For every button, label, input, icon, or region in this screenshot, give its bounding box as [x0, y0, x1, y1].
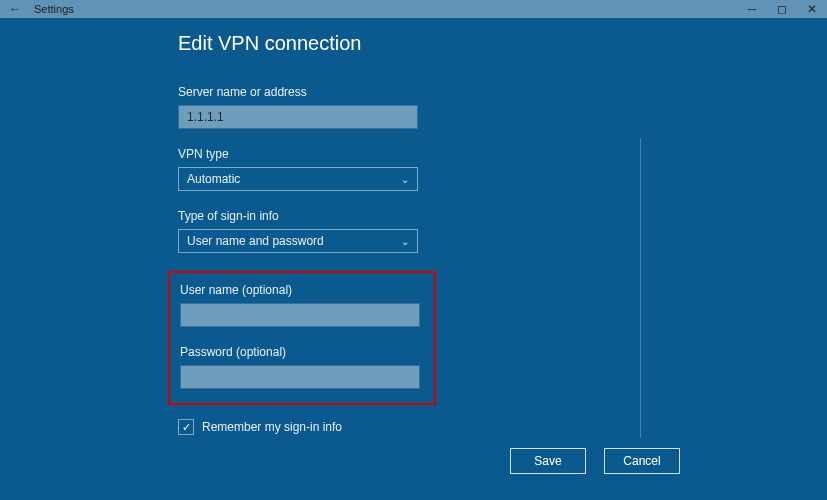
close-icon: ✕: [807, 2, 817, 16]
close-button[interactable]: ✕: [797, 0, 827, 18]
password-input[interactable]: [180, 365, 420, 389]
cancel-button[interactable]: Cancel: [604, 448, 680, 474]
remember-label: Remember my sign-in info: [202, 420, 342, 434]
username-label: User name (optional): [180, 283, 424, 297]
dialog-content: Edit VPN connection Server name or addre…: [0, 18, 827, 500]
window-titlebar: ← Settings ─ ◻ ✕: [0, 0, 827, 18]
signin-value: User name and password: [187, 234, 324, 248]
field-username: User name (optional): [180, 283, 424, 327]
checkmark-icon: ✓: [182, 421, 191, 434]
vpntype-label: VPN type: [178, 147, 827, 161]
page-title: Edit VPN connection: [178, 32, 827, 55]
field-password: Password (optional): [180, 345, 424, 389]
save-button[interactable]: Save: [510, 448, 586, 474]
chevron-down-icon: ⌄: [401, 174, 409, 185]
credentials-highlight: User name (optional) Password (optional): [168, 271, 436, 405]
username-input[interactable]: [180, 303, 420, 327]
vpntype-select[interactable]: Automatic ⌄: [178, 167, 418, 191]
signin-label: Type of sign-in info: [178, 209, 827, 223]
minimize-icon: ─: [748, 2, 757, 16]
field-server: Server name or address: [178, 85, 827, 129]
maximize-icon: ◻: [777, 2, 787, 16]
back-button[interactable]: ←: [0, 2, 30, 16]
field-signin: Type of sign-in info User name and passw…: [178, 209, 827, 253]
minimize-button[interactable]: ─: [737, 0, 767, 18]
arrow-left-icon: ←: [9, 2, 21, 16]
dialog-buttons: Save Cancel: [510, 448, 680, 474]
field-vpntype: VPN type Automatic ⌄: [178, 147, 827, 191]
signin-select[interactable]: User name and password ⌄: [178, 229, 418, 253]
server-label: Server name or address: [178, 85, 827, 99]
remember-row[interactable]: ✓ Remember my sign-in info: [178, 419, 827, 435]
vertical-divider: [640, 138, 641, 438]
server-input[interactable]: [178, 105, 418, 129]
maximize-button[interactable]: ◻: [767, 0, 797, 18]
password-label: Password (optional): [180, 345, 424, 359]
chevron-down-icon: ⌄: [401, 236, 409, 247]
vpntype-value: Automatic: [187, 172, 240, 186]
window-title: Settings: [30, 3, 74, 15]
remember-checkbox[interactable]: ✓: [178, 419, 194, 435]
